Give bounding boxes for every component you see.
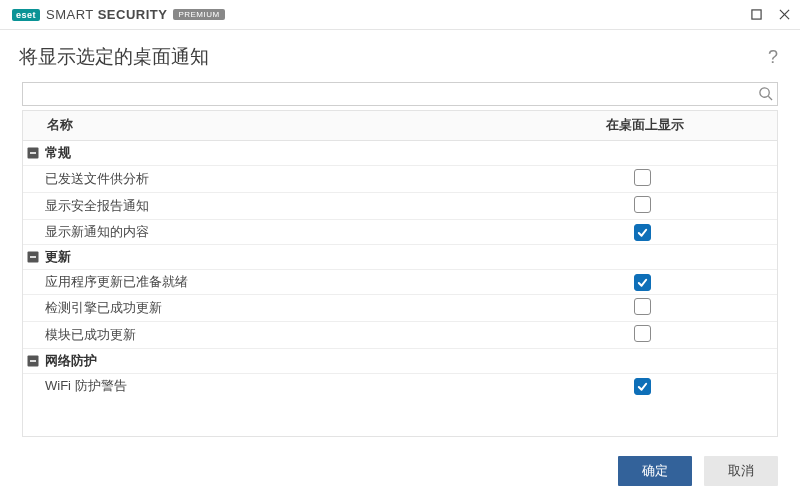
table-row: 应用程序更新已准备就绪: [23, 270, 777, 295]
checkbox[interactable]: [634, 274, 651, 291]
group-label: 网络防护: [45, 352, 777, 370]
item-check-cell: [602, 196, 777, 216]
dialog-footer: 确定 取消: [618, 456, 778, 486]
table-body: 常规已发送文件供分析显示安全报告通知显示新通知的内容更新应用程序更新已准备就绪检…: [23, 141, 777, 398]
group-row[interactable]: 更新: [23, 245, 777, 270]
column-name[interactable]: 名称: [23, 111, 602, 140]
title-bar: eset SMART SECURITY PREMIUM: [0, 0, 800, 30]
search-icon[interactable]: [758, 86, 773, 101]
group-label: 更新: [45, 248, 777, 266]
item-check-cell: [602, 224, 777, 241]
table-row: 显示新通知的内容: [23, 220, 777, 245]
collapse-icon[interactable]: [27, 355, 39, 367]
checkbox[interactable]: [634, 325, 651, 342]
item-label: 检测引擎已成功更新: [45, 299, 602, 317]
table-blank-space: [23, 398, 777, 436]
svg-line-4: [768, 96, 772, 100]
search-input[interactable]: [22, 82, 778, 106]
table-row: 已发送文件供分析: [23, 166, 777, 193]
checkbox[interactable]: [634, 169, 651, 186]
brand-name-part2: SECURITY: [98, 7, 168, 22]
cancel-button[interactable]: 取消: [704, 456, 778, 486]
item-label: 已发送文件供分析: [45, 170, 602, 188]
column-show[interactable]: 在桌面上显示: [602, 111, 777, 140]
item-check-cell: [602, 378, 777, 395]
item-check-cell: [602, 169, 777, 189]
checkbox[interactable]: [634, 224, 651, 241]
item-label: 显示新通知的内容: [45, 223, 602, 241]
maximize-button[interactable]: [748, 7, 764, 23]
brand-name: SMART SECURITY: [46, 7, 167, 22]
group-row[interactable]: 网络防护: [23, 349, 777, 374]
item-label: WiFi 防护警告: [45, 377, 602, 395]
item-check-cell: [602, 274, 777, 291]
item-check-cell: [602, 298, 777, 318]
brand: eset SMART SECURITY PREMIUM: [12, 7, 748, 22]
item-label: 显示安全报告通知: [45, 197, 602, 215]
group-label: 常规: [45, 144, 777, 162]
brand-name-part1: SMART: [46, 7, 98, 22]
item-check-cell: [602, 325, 777, 345]
page-title: 将显示选定的桌面通知: [19, 44, 768, 70]
table-row: 模块已成功更新: [23, 322, 777, 349]
svg-rect-0: [751, 10, 760, 19]
table-header: 名称 在桌面上显示: [23, 110, 777, 141]
checkbox[interactable]: [634, 196, 651, 213]
checkbox[interactable]: [634, 298, 651, 315]
notification-table: 名称 在桌面上显示 常规已发送文件供分析显示安全报告通知显示新通知的内容更新应用…: [22, 110, 778, 437]
page-header: 将显示选定的桌面通知 ?: [0, 30, 800, 82]
ok-button[interactable]: 确定: [618, 456, 692, 486]
table-row: 显示安全报告通知: [23, 193, 777, 220]
item-label: 模块已成功更新: [45, 326, 602, 344]
help-icon[interactable]: ?: [768, 47, 778, 68]
collapse-icon[interactable]: [27, 251, 39, 263]
group-row[interactable]: 常规: [23, 141, 777, 166]
close-button[interactable]: [776, 7, 792, 23]
item-label: 应用程序更新已准备就绪: [45, 273, 602, 291]
table-row: WiFi 防护警告: [23, 374, 777, 398]
brand-tier-badge: PREMIUM: [173, 9, 224, 20]
table-row: 检测引擎已成功更新: [23, 295, 777, 322]
checkbox[interactable]: [634, 378, 651, 395]
search-box: [22, 82, 778, 106]
svg-point-3: [760, 88, 769, 97]
window-controls: [748, 7, 792, 23]
brand-logo: eset: [12, 9, 40, 21]
collapse-icon[interactable]: [27, 147, 39, 159]
